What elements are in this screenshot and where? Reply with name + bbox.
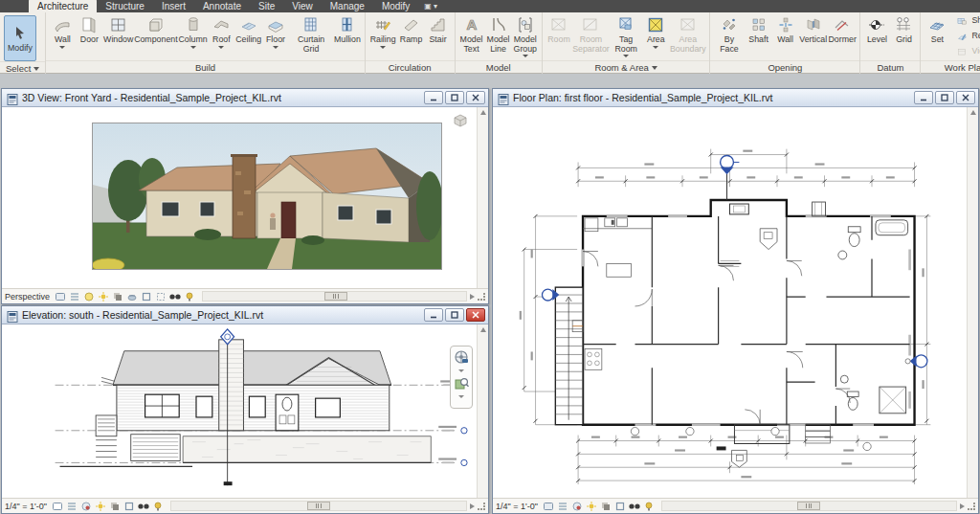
grid-button[interactable]: Grid: [890, 13, 917, 46]
tab-structure[interactable]: Structure: [97, 0, 153, 12]
view-scale-icon[interactable]: [52, 501, 63, 511]
model-line-button[interactable]: Model Line: [485, 13, 512, 55]
temporary-hide-isolate-icon[interactable]: [629, 501, 640, 511]
visual-style-icon[interactable]: [80, 501, 92, 511]
roof-dropdown-icon[interactable]: [218, 46, 224, 49]
area-button[interactable]: Area: [642, 13, 669, 50]
railing-button[interactable]: Railing: [368, 13, 398, 50]
tab-manage[interactable]: Manage: [322, 0, 373, 12]
model-group-dropdown-icon[interactable]: [523, 55, 528, 57]
shadows-icon[interactable]: [109, 501, 121, 511]
3d-vertical-scrollbar[interactable]: [477, 107, 488, 288]
elevation-resize-grip[interactable]: [478, 503, 485, 510]
floorplan-horizontal-scrollbar[interactable]: [661, 501, 957, 511]
detail-level-icon[interactable]: [557, 501, 568, 511]
floorplan-resize-grip[interactable]: [968, 503, 975, 510]
floorplan-vertical-scrollbar[interactable]: [967, 107, 978, 498]
wall-button[interactable]: Wall: [49, 13, 76, 50]
tag-room-button[interactable]: Tag Room: [610, 13, 642, 58]
3d-resize-grip[interactable]: [478, 293, 485, 301]
set-button[interactable]: Set: [924, 13, 950, 46]
elevation-titlebar[interactable]: Elevation: south - Residential_Sample_Pr…: [2, 306, 488, 324]
roof-button[interactable]: Roof: [208, 13, 234, 50]
temporary-hide-isolate-icon[interactable]: [169, 291, 181, 302]
model-text-button[interactable]: A Model Text: [458, 13, 485, 55]
tab-annotate[interactable]: Annotate: [194, 0, 250, 12]
steering-wheel-icon[interactable]: [454, 349, 469, 369]
vertical-opening-button[interactable]: Vertical: [799, 13, 828, 46]
window-button[interactable]: Window: [102, 13, 134, 46]
dormer-button[interactable]: Dormer: [828, 13, 858, 46]
show-work-plane-button[interactable]: Show: [952, 13, 980, 29]
ramp-button[interactable]: Ramp: [398, 13, 425, 46]
3d-view-scale[interactable]: Perspective: [5, 292, 50, 302]
ribbon-state-toggle-icon[interactable]: ▣ ▾: [424, 2, 437, 11]
floor-dropdown-icon[interactable]: [273, 46, 278, 49]
floor-button[interactable]: Floor: [262, 13, 289, 50]
steering-wheel-dropdown-icon[interactable]: [458, 369, 464, 372]
ceiling-button[interactable]: Ceiling: [234, 13, 262, 46]
detail-level-icon[interactable]: [66, 501, 78, 511]
column-button[interactable]: Column: [178, 13, 209, 50]
elevation-vertical-scrollbar[interactable]: [477, 324, 488, 498]
tag-room-dropdown-icon[interactable]: [623, 55, 629, 57]
rendering-icon[interactable]: [126, 291, 138, 302]
tab-modify[interactable]: Modify: [373, 0, 418, 12]
modify-button[interactable]: Modify: [4, 15, 36, 61]
build-panel-label[interactable]: Build: [46, 60, 364, 74]
datum-panel-label[interactable]: Datum: [860, 60, 920, 74]
view-scale-icon[interactable]: [55, 291, 66, 302]
crop-region-visibility-icon[interactable]: [155, 291, 167, 302]
level-button[interactable]: Level: [863, 13, 890, 46]
viewcube-icon[interactable]: [452, 113, 469, 132]
model-panel-label[interactable]: Model: [456, 60, 542, 74]
door-button[interactable]: Door: [76, 13, 102, 46]
elevation-canvas[interactable]: [2, 324, 488, 498]
stair-button[interactable]: Stair: [425, 13, 452, 46]
elevation-minimize-button[interactable]: [424, 308, 443, 322]
area-dropdown-icon[interactable]: [653, 46, 658, 49]
shadows-icon[interactable]: [600, 501, 612, 511]
sun-path-icon[interactable]: [98, 291, 109, 302]
elevation-close-button[interactable]: [466, 308, 485, 322]
opening-panel-label[interactable]: Opening: [710, 60, 859, 74]
reveal-hidden-elements-icon[interactable]: [184, 291, 195, 302]
floorplan-close-button[interactable]: [956, 91, 975, 104]
view-scale-icon[interactable]: [543, 501, 554, 511]
3d-scroll-right-arrow[interactable]: [470, 294, 475, 300]
column-dropdown-icon[interactable]: [190, 46, 196, 49]
shadows-icon[interactable]: [112, 291, 123, 302]
model-group-button[interactable]: Model Group: [512, 13, 539, 58]
mullion-button[interactable]: Mullion: [333, 13, 362, 46]
crop-view-icon[interactable]: [141, 291, 152, 302]
zoom-tool-icon[interactable]: [455, 376, 469, 394]
floorplan-view-scale[interactable]: 1/4" = 1'-0": [496, 502, 538, 511]
shaft-button[interactable]: Shaft: [746, 13, 772, 46]
3d-view-titlebar[interactable]: 3D View: Front Yard - Residential_Sample…: [2, 89, 488, 107]
crop-view-icon[interactable]: [614, 501, 626, 511]
elevation-horizontal-scrollbar[interactable]: [170, 501, 467, 511]
sun-path-icon[interactable]: [586, 501, 597, 511]
zoom-dropdown-icon[interactable]: [458, 395, 464, 398]
reveal-hidden-elements-icon[interactable]: [152, 501, 164, 511]
detail-level-icon[interactable]: [69, 291, 80, 302]
3d-minimize-button[interactable]: [424, 91, 443, 104]
3d-view-canvas[interactable]: [2, 107, 488, 288]
circulation-panel-label[interactable]: Circulation: [366, 60, 455, 74]
temporary-hide-isolate-icon[interactable]: [138, 501, 149, 511]
tab-view[interactable]: View: [283, 0, 322, 12]
visual-style-icon[interactable]: [571, 501, 583, 511]
floorplan-maximize-button[interactable]: [935, 91, 954, 104]
3d-close-button[interactable]: [466, 91, 485, 104]
by-face-button[interactable]: By Face: [713, 13, 745, 55]
floorplan-minimize-button[interactable]: [914, 91, 933, 104]
room-area-panel-label[interactable]: Room & Area: [543, 60, 709, 74]
wall-dropdown-icon[interactable]: [59, 46, 65, 49]
tab-insert[interactable]: Insert: [153, 0, 194, 12]
work-plane-panel-label[interactable]: Work Plane: [921, 60, 980, 74]
visual-style-icon[interactable]: [83, 291, 95, 302]
3d-maximize-button[interactable]: [445, 91, 464, 104]
floorplan-scroll-right-arrow[interactable]: [960, 503, 965, 509]
floorplan-titlebar[interactable]: Floor Plan: first floor - Residential_Sa…: [493, 89, 978, 107]
reveal-hidden-elements-icon[interactable]: [643, 501, 655, 511]
